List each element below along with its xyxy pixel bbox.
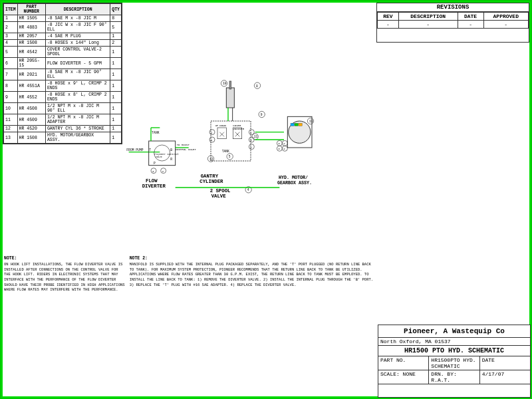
svg-text:T: T: [149, 148, 151, 152]
svg-rect-44: [229, 81, 231, 89]
bom-cell: -8 HOSE x 9' L, CRIMP 2 ENDS: [45, 80, 110, 92]
drawing-title: HR1500 PTO HYD. SCHEMATIC: [378, 346, 530, 356]
bom-cell: 8: [110, 15, 122, 22]
bom-cell: 2: [110, 40, 122, 47]
svg-text:P: P: [154, 162, 156, 165]
svg-text:9: 9: [261, 113, 263, 116]
bom-cell: HR 1505: [17, 15, 45, 22]
part-no-value: HR1500PTO HYD. SCHEMATIC: [429, 356, 479, 370]
note-1-text: ON HOOK LIFT INSTALLATIONS, THE FLOW DIV…: [4, 262, 126, 293]
svg-text:2: 2: [211, 139, 213, 142]
bom-row: 5HR 4542COVER CONTROL VALVE-2 SPOOL1: [4, 47, 122, 58]
rev-row1-date: -: [458, 21, 483, 29]
rev-col-approved: APPROVED: [483, 13, 528, 21]
svg-text:CYLINDER: CYLINDER: [200, 179, 223, 184]
svg-text:VALVE: VALVE: [211, 194, 227, 199]
bom-cell: 1: [110, 69, 122, 80]
bom-cell: 9: [4, 92, 18, 103]
svg-text:3: 3: [278, 148, 280, 150]
date-label: DATE: [480, 356, 530, 370]
bom-cell: HR 2021: [17, 69, 45, 80]
svg-text:2: 2: [250, 139, 252, 142]
bom-cell: 4: [4, 40, 18, 47]
svg-text:TANK: TANK: [152, 131, 159, 134]
scale-label: SCALE: NONE: [378, 370, 429, 384]
bom-cell: 12: [4, 126, 18, 132]
svg-text:TO HOIST: TO HOIST: [177, 144, 190, 146]
bom-cell: HR 4520: [17, 126, 45, 132]
bom-cell: 3: [4, 33, 18, 40]
rev-table: REV DESCRIPTION DATE APPROVED - - - -: [377, 12, 529, 29]
bom-cell: 10: [4, 103, 18, 114]
svg-text:2 SPOOL: 2 SPOOL: [210, 188, 231, 194]
svg-text:5: 5: [229, 155, 231, 158]
bom-row: 7HR 2021-8 SAE M x -8 JIC 90° ELL1: [4, 69, 122, 80]
bom-cell: 6: [4, 58, 18, 69]
title-block: Pioneer, A Wastequip Co North Oxford, MA…: [378, 325, 531, 398]
svg-text:1: 1: [250, 132, 252, 134]
rev-col-desc: DESCRIPTION: [398, 13, 458, 21]
rev-row1-rev: -: [378, 21, 399, 29]
bom-cell: -8 JIC W x -8 JIC F 90° ELL: [45, 22, 110, 33]
svg-text:B: B: [170, 148, 172, 152]
svg-text:1: 1: [211, 132, 213, 134]
bom-cell: -8 HOSES x 144" Long: [45, 40, 110, 47]
bom-cell: 5: [4, 47, 18, 58]
bom-row: 2HR 4883-8 JIC W x -8 JIC F 90° ELL5: [4, 22, 122, 33]
date-value: 4/17/07: [480, 370, 530, 384]
bom-cell: HR 4509: [17, 114, 45, 126]
bom-row: 10HR 45081/2 NPT M x -8 JIC M 90° ELL1: [4, 103, 122, 114]
bom-cell: 1/2 NPT M x -8 JIC M ADAPTER: [45, 114, 110, 126]
svg-text:2: 2: [283, 142, 285, 145]
svg-text:TANK: TANK: [222, 150, 229, 153]
rev-col-date: DATE: [458, 13, 483, 21]
svg-text:UNCOVER: UNCOVER: [233, 128, 244, 130]
svg-text:10: 10: [223, 82, 227, 85]
part-no-label: PART NO.: [378, 356, 429, 370]
bom-cell: -4 SAE M PLUG: [45, 33, 110, 40]
bom-cell: 1: [110, 103, 122, 114]
svg-rect-20: [217, 128, 226, 139]
bom-table: ITEM PART NUMBER DESCRIPTION QTY 1HR 150…: [3, 3, 122, 144]
bom-col-item: ITEM: [4, 4, 18, 15]
bom-cell: 1/2 NPT M x -8 JIC M 90° ELL: [45, 103, 110, 114]
svg-rect-71: [299, 123, 302, 126]
bom-cell: HR 1508: [17, 132, 45, 144]
bom-cell: 1: [110, 132, 122, 144]
bom-cell: HR 4883: [17, 22, 45, 33]
note-2-title: NOTE 2:: [130, 256, 374, 261]
svg-rect-70: [295, 123, 298, 126]
note-2-block: NOTE 2: MANIFOLD IS SUPPLIED WITH THE IN…: [130, 256, 374, 323]
bom-row: 1HR 1505-8 SAE M x -8 JIC M8: [4, 15, 122, 22]
bom-col-qty: QTY: [110, 4, 122, 15]
svg-text:11: 11: [254, 135, 258, 138]
svg-text:2: 2: [283, 148, 285, 150]
svg-text:Valve: Valve: [156, 156, 162, 158]
bom-cell: HR 4542: [17, 47, 45, 58]
svg-rect-19: [211, 121, 251, 161]
svg-text:Pioneer Control: Pioneer Control: [154, 153, 179, 156]
bom-row: 3HR 2057-4 SAE M PLUG1: [4, 33, 122, 40]
bom-cell: 2: [4, 22, 18, 33]
svg-rect-43: [226, 88, 234, 108]
company-location: North Oxford, MA 01537: [378, 338, 530, 345]
bom-cell: 11: [4, 114, 18, 126]
note-1-title: NOTE:: [4, 256, 126, 261]
svg-text:DIVERTER: DIVERTER: [142, 184, 166, 189]
rev-row1-approved: -: [483, 21, 528, 29]
svg-text:7: 7: [250, 146, 252, 149]
note-2-text: MANIFOLD IS SUPPLIED WITH THE INTERNAL P…: [130, 262, 374, 287]
rev-col-rev: REV: [378, 13, 399, 21]
bom-cell: 1: [110, 33, 122, 40]
bom-cell: HYD. MOTOR/GEARBOX ASSY.: [45, 132, 110, 144]
bom-cell: HR 1508: [17, 40, 45, 47]
bom-cell: 1: [110, 92, 122, 103]
bom-cell: HR 4551A: [17, 80, 45, 92]
bom-cell: HR 2057: [17, 33, 45, 40]
svg-text:HYD. MOTOR/: HYD. MOTOR/: [279, 175, 308, 180]
company-name: Pioneer, A Wastequip Co: [378, 325, 530, 338]
bom-row: 11HR 45091/2 NPT M x -8 JIC M ADAPTER1: [4, 114, 122, 126]
svg-text:GEARBOX ASSY.: GEARBOX ASSY.: [277, 180, 312, 186]
bom-cell: HR 4508: [17, 103, 45, 114]
svg-text:3: 3: [152, 170, 154, 173]
